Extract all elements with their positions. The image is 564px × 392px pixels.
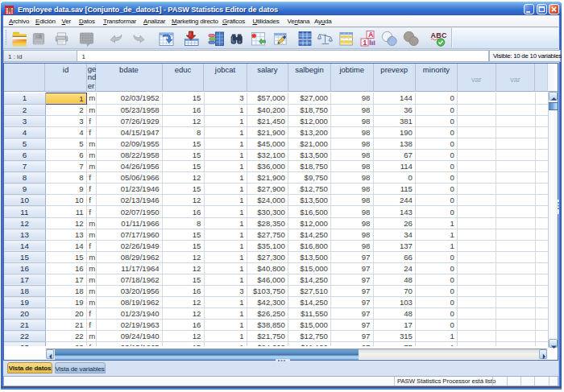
svg-text:A: A: [368, 31, 373, 39]
svg-text:1: 1: [363, 39, 367, 47]
svg-text:ABC: ABC: [431, 31, 447, 39]
